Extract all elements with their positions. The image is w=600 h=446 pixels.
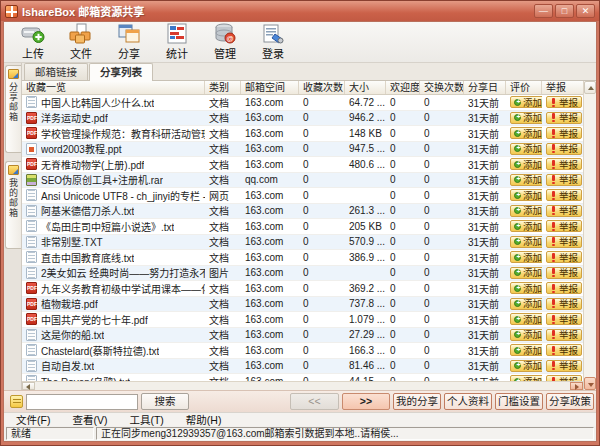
add-rating-button[interactable]: 添加: [510, 143, 542, 155]
scroll-up-icon[interactable]: [584, 81, 596, 94]
report-button[interactable]: 举报: [546, 174, 582, 186]
table-row[interactable]: 阿基米德借刀杀人.txt 文档 163.com 0 261.3 ... 0 0 …: [22, 204, 583, 220]
column-header[interactable]: 大小: [345, 81, 386, 94]
column-header[interactable]: 欢迎度: [386, 81, 420, 94]
manage-button[interactable]: @ 管理: [204, 23, 246, 61]
table-row[interactable]: SEO伪原创工具+注册机.rar 文档 qq.com 0 0 0 31天前 添加…: [22, 173, 583, 189]
horizontal-scrollbar[interactable]: [22, 381, 583, 390]
side-tab-share-mailbox[interactable]: 分享邮箱: [5, 65, 21, 153]
threshold-settings-button[interactable]: 门槛设置: [495, 393, 543, 410]
table-row[interactable]: 中国共产党的七十年.pdf 文档 163.com 0 1.079 ... 0 0…: [22, 312, 583, 328]
menu-tools[interactable]: 工具(T): [129, 412, 163, 427]
menu-help[interactable]: 帮助(H): [186, 412, 222, 427]
table-row[interactable]: Ansi Unicode UTF8 - ch_jinyi的专栏 - 博 ... …: [22, 188, 583, 204]
table-row[interactable]: Chastelard(蔡斯特拉德).txt 文档 163.com 0 166.3…: [22, 343, 583, 359]
report-button[interactable]: 举报: [546, 360, 582, 372]
add-rating-button[interactable]: 添加: [510, 112, 542, 124]
column-header[interactable]: 评价: [506, 81, 542, 94]
add-rating-button[interactable]: 添加: [510, 298, 542, 310]
report-button[interactable]: 举报: [546, 251, 582, 263]
add-rating-button[interactable]: 添加: [510, 127, 542, 139]
horizontal-scroll-track[interactable]: [35, 382, 570, 390]
add-rating-button[interactable]: 添加: [510, 282, 542, 294]
close-button[interactable]: ✕: [576, 4, 595, 18]
table-row[interactable]: 九年义务教育初级中学试用课本——化 学 ... 文档 163.com 0 369…: [22, 281, 583, 297]
scroll-down-icon[interactable]: [584, 377, 596, 390]
table-row[interactable]: 学校管理操作规范：教育科研活动管理操作 ... 文档 163.com 0 148…: [22, 126, 583, 142]
add-rating-button[interactable]: 添加: [510, 251, 542, 263]
report-button[interactable]: 举报: [546, 127, 582, 139]
upload-button[interactable]: 上传: [12, 23, 54, 61]
minimize-button[interactable]: —: [534, 4, 553, 18]
report-button[interactable]: 举报: [546, 236, 582, 248]
table-row[interactable]: 植物栽培.pdf 文档 163.com 0 737.8 ... 0 0 31天前…: [22, 297, 583, 313]
table-row[interactable]: 无脊椎动物学(上册).pdf 文档 163.com 0 480.6 ... 0 …: [22, 157, 583, 173]
mailbox-space: 163.com: [241, 143, 299, 154]
add-rating-button[interactable]: 添加: [510, 158, 542, 170]
table-row[interactable]: 这是你的船.txt 文档 163.com 0 27.29 ... 0 0 31天…: [22, 328, 583, 344]
share-policy-button[interactable]: 分享政策: [546, 393, 594, 410]
search-category-icon[interactable]: [10, 395, 23, 408]
stats-button[interactable]: 统计: [156, 23, 198, 61]
table-row[interactable]: The Raven(乌鸦).txt 文档 163.com 0 44.15 ...…: [22, 374, 583, 381]
table-row[interactable]: 中国人比韩国人少什么.txt 文档 163.com 0 64.72 ... 0 …: [22, 95, 583, 111]
column-header[interactable]: 邮箱空间: [241, 81, 299, 94]
column-header[interactable]: 交换次数: [420, 81, 464, 94]
add-rating-button[interactable]: 添加: [510, 174, 542, 186]
tab-mailbox-links[interactable]: 邮箱链接: [24, 63, 88, 80]
report-button[interactable]: 举报: [546, 344, 582, 356]
report-button[interactable]: 举报: [546, 329, 582, 341]
add-rating-button[interactable]: 添加: [510, 329, 542, 341]
report-button[interactable]: 举报: [546, 96, 582, 108]
report-button[interactable]: 举报: [546, 313, 582, 325]
add-rating-button[interactable]: 添加: [510, 344, 542, 356]
my-shares-button[interactable]: 我的分享: [393, 393, 441, 410]
next-page-button[interactable]: >>: [342, 393, 390, 410]
add-rating-button[interactable]: 添加: [510, 220, 542, 232]
table-row[interactable]: 非常别墅.TXT 文档 163.com 0 570.9 ... 0 0 31天前…: [22, 235, 583, 251]
column-header[interactable]: 举报: [542, 81, 587, 94]
tab-share-list[interactable]: 分享列表: [89, 63, 153, 81]
table-row[interactable]: 《岛田庄司中短篇小说选》.txt 文档 163.com 0 205 KB 0 0…: [22, 219, 583, 235]
menu-view[interactable]: 查看(V): [72, 412, 107, 427]
report-button[interactable]: 举报: [546, 112, 582, 124]
table-row[interactable]: 自动自发.txt 文档 163.com 0 81.46 ... 0 0 31天前…: [22, 359, 583, 375]
menu-file[interactable]: 文件(F): [16, 412, 50, 427]
table-row[interactable]: word2003教程.ppt 文档 163.com 0 947.5 ... 0 …: [22, 142, 583, 158]
share-button[interactable]: 分享: [108, 23, 150, 61]
search-button[interactable]: 搜索: [141, 393, 189, 410]
add-rating-button[interactable]: 添加: [510, 189, 542, 201]
search-input[interactable]: [26, 394, 138, 410]
report-button[interactable]: 举报: [546, 282, 582, 294]
report-button[interactable]: 举报: [546, 205, 582, 217]
report-button[interactable]: 举报: [546, 298, 582, 310]
column-header[interactable]: 类别: [205, 81, 241, 94]
table-row[interactable]: 2美女如云 经典时尚——努力打造永不落之 ... 图片 163.com 0 0 …: [22, 266, 583, 282]
table-row[interactable]: 直击中国教育底线.txt 文档 163.com 0 386.9 ... 0 0 …: [22, 250, 583, 266]
add-rating-button[interactable]: 添加: [510, 313, 542, 325]
column-header[interactable]: 分享日: [464, 81, 506, 94]
login-button[interactable]: 登录: [252, 23, 294, 61]
profile-button[interactable]: 个人资料: [444, 393, 492, 410]
table-row[interactable]: 洋务运动史.pdf 文档 163.com 0 946.2 ... 0 0 31天…: [22, 111, 583, 127]
report-button[interactable]: 举报: [546, 220, 582, 232]
scroll-right-icon[interactable]: [570, 382, 583, 390]
add-rating-button[interactable]: 添加: [510, 236, 542, 248]
add-rating-button[interactable]: 添加: [510, 267, 542, 279]
column-header[interactable]: 收藏一览: [22, 81, 205, 94]
report-button[interactable]: 举报: [546, 267, 582, 279]
vertical-scrollbar[interactable]: [583, 81, 596, 390]
report-button[interactable]: 举报: [546, 158, 582, 170]
scroll-left-icon[interactable]: [22, 382, 35, 390]
add-rating-button[interactable]: 添加: [510, 205, 542, 217]
vertical-scroll-track[interactable]: [584, 94, 596, 377]
file-button[interactable]: 文件: [60, 23, 102, 61]
side-tab-my-mailbox[interactable]: 我的邮箱: [5, 161, 21, 249]
add-rating-button[interactable]: 添加: [510, 96, 542, 108]
maximize-button[interactable]: □: [555, 4, 574, 18]
column-header[interactable]: 收藏次数: [299, 81, 345, 94]
add-rating-button[interactable]: 添加: [510, 360, 542, 372]
prev-page-button[interactable]: <<: [290, 393, 339, 410]
report-button[interactable]: 举报: [546, 189, 582, 201]
report-button[interactable]: 举报: [546, 143, 582, 155]
